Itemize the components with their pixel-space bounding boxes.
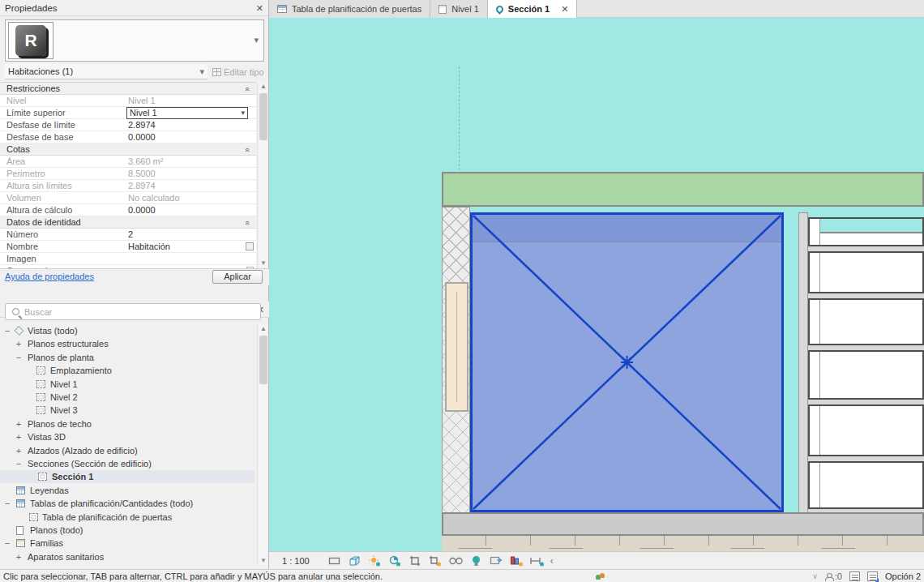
stacked-panels[interactable] [808,217,924,512]
scrollbar-thumb[interactable] [259,336,267,384]
tree-item-nivel-1[interactable]: Nivel 1 [0,378,255,391]
property-value[interactable]: 0.0000 [128,204,248,216]
scale-control[interactable]: 1 : 100 [282,556,310,566]
tree-item-planos-de-planta[interactable]: −Planos de planta [0,351,255,364]
tree-item-nivel-3[interactable]: Nivel 3 [0,404,255,417]
collapse-section-icon[interactable]: « [245,83,250,95]
properties-scrollbar[interactable]: ▲ ▼ [257,82,268,268]
tree-item-vistas-todo-[interactable]: −Vistas (todo) [0,324,255,337]
tab-seccion-1[interactable]: Sección 1 ✕ [488,0,578,18]
scroll-down-icon[interactable]: ▼ [258,259,269,268]
chevron-down-icon[interactable]: ▾ [254,35,259,45]
search-input[interactable] [19,307,260,317]
property-value[interactable]: 3.660 m² [128,156,248,167]
chevron-down-icon[interactable]: ∨ [812,572,818,580]
property-value[interactable]: 2.8974 [128,180,248,191]
tree-item-leyendas[interactable]: Leyendas [0,484,255,497]
design-options-icon[interactable] [849,571,860,581]
plan-icon [36,366,45,374]
worksets-icon[interactable] [825,573,832,580]
tree-item-secci-n-1[interactable]: Sección 1 [0,470,255,483]
property-value[interactable]: No calculado [128,192,248,203]
property-value[interactable]: 2.8974 [128,119,248,131]
tree-item-vistas-3d[interactable]: +Vistas 3D [0,430,255,443]
panel-divider [819,300,820,344]
wall-section-right[interactable] [798,212,808,536]
panel-row[interactable] [808,251,924,293]
element-filter-dropdown[interactable]: Habitaciones (1) ▾ [5,64,207,79]
expand-icon[interactable]: + [15,444,23,457]
property-value[interactable]: Habitación [128,241,248,252]
reveal-hidden-elements-icon[interactable] [469,554,483,567]
temporary-view-properties-icon[interactable] [490,554,503,567]
property-section-header[interactable]: Cotas« [0,143,256,156]
chevron-left-icon[interactable]: ‹ [550,555,554,567]
visual-style-icon[interactable] [348,554,361,567]
close-icon[interactable]: ✕ [256,0,263,16]
tree-item-familias[interactable]: −Familias [0,537,255,550]
temporary-hide-isolate-icon[interactable] [449,554,463,567]
hide-analytical-model-icon[interactable] [510,554,524,567]
panel-row[interactable] [808,461,924,509]
type-selector[interactable]: R ▾ [5,19,264,62]
collapse-section-icon[interactable]: « [245,217,250,229]
property-value[interactable]: 8.5000 [128,168,248,179]
property-section-header[interactable]: Restricciones« [0,83,256,95]
sun-path-icon[interactable] [368,554,382,567]
expand-icon[interactable]: + [15,550,23,563]
properties-help-link[interactable]: Ayuda de propiedades [5,272,94,281]
tab-tabla-planificacion-puertas[interactable]: Tabla de planificación de puertas [269,0,430,18]
collapse-icon[interactable]: − [15,457,23,470]
expand-icon[interactable]: + [15,430,23,443]
property-value[interactable]: 0.0000 [128,131,248,143]
browser-scrollbar[interactable]: ▲ ▼ [257,324,268,566]
scroll-up-icon[interactable]: ▲ [258,82,269,92]
expand-icon[interactable]: + [15,337,23,350]
show-crop-region-icon[interactable] [429,554,443,567]
tree-item-alzados-alzado-de-edificio-[interactable]: +Alzados (Alzado de edificio) [0,444,255,457]
detail-level-icon[interactable] [327,554,341,567]
property-section-header[interactable]: Datos de identidad« [0,216,256,229]
close-tab-icon[interactable]: ✕ [561,4,568,15]
scrollbar-thumb[interactable] [259,93,267,140]
collapse-icon[interactable]: − [3,324,11,337]
tree-item-tablas-de-planificaci-n-cantidades-todo-[interactable]: −Tablas de planificación/Cantidades (tod… [0,497,255,510]
tree-item-planos-todo-[interactable]: Planos (todo) [0,524,255,537]
shadows-icon[interactable] [388,554,402,567]
collapse-icon[interactable]: − [3,537,11,550]
collapse-section-icon[interactable]: « [245,144,250,156]
drawing-area[interactable] [269,18,924,551]
property-value[interactable]: 2 [128,229,248,240]
browse-button[interactable] [246,242,254,250]
property-value-dropdown[interactable]: Nivel 1▾ [126,107,248,119]
tree-item-planos-estructurales[interactable]: +Planos estructurales [0,337,255,350]
floor-slab[interactable] [442,512,924,536]
panel-row[interactable] [808,298,924,345]
tree-item-aparatos-sanitarios[interactable]: +Aparatos sanitarios [0,550,255,563]
roof-slab[interactable] [442,172,924,207]
apply-button[interactable]: Aplicar [212,270,263,284]
expand-icon[interactable]: + [15,417,23,430]
panel-row[interactable] [808,217,924,246]
crop-view-icon[interactable] [409,554,422,567]
collapse-icon[interactable]: − [3,497,11,510]
add-to-design-option-icon[interactable] [867,571,878,581]
reveal-constraints-icon[interactable] [530,554,544,567]
property-value[interactable]: Nivel 1 [128,95,248,106]
scroll-down-icon[interactable]: ▼ [258,556,269,566]
active-design-option[interactable]: Opción 2 [885,571,921,581]
tree-item-tabla-de-planificaci-n-de-puertas[interactable]: Tabla de planificación de puertas [0,511,255,524]
selected-room[interactable] [470,212,784,512]
tree-item-emplazamiento[interactable]: Emplazamiento [0,364,255,377]
panel-row[interactable] [808,350,924,400]
edit-type-button[interactable]: Editar tipo [212,64,264,79]
tab-nivel-1[interactable]: Nivel 1 [430,0,488,18]
scroll-up-icon[interactable]: ▲ [258,324,269,334]
worksharing-icon[interactable] [596,572,607,581]
window-section[interactable] [445,282,468,412]
tree-item-nivel-2[interactable]: Nivel 2 [0,391,255,404]
tree-item-planos-de-techo[interactable]: +Planos de techo [0,417,255,430]
tree-item-secciones-secci-n-de-edificio-[interactable]: −Secciones (Sección de edificio) [0,457,255,470]
panel-row[interactable] [808,404,924,456]
collapse-icon[interactable]: − [15,351,23,364]
